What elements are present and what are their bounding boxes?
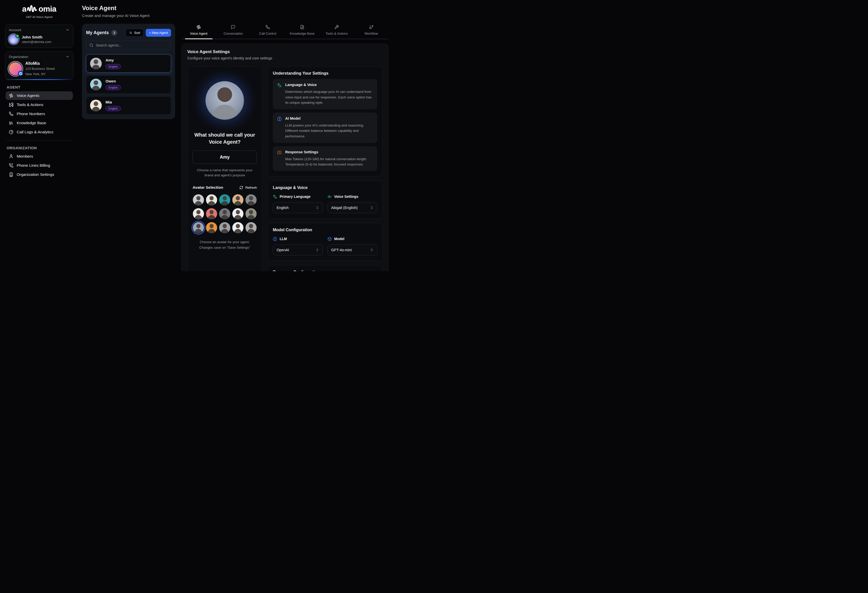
sidebar-item-members[interactable]: Members	[6, 152, 73, 161]
avatar-option-1[interactable]	[193, 194, 204, 205]
model-label: Model	[334, 237, 344, 241]
languages-icon	[277, 83, 282, 106]
avatar-option-7[interactable]	[206, 208, 217, 219]
brain-icon	[273, 237, 277, 241]
avatar-selection-title: Avatar Selection	[193, 185, 223, 190]
agent-identity-card: What should we call your Voice Agent? Ch…	[187, 66, 262, 271]
chevrons-up-down-icon	[370, 248, 373, 252]
avatar-option-15[interactable]	[245, 222, 257, 233]
sidebar-item-call-logs-analytics[interactable]: Call Logs & Analytics	[6, 128, 73, 136]
sidebar-item-knowledge-base[interactable]: Knowledge Base	[6, 119, 73, 127]
avatar-option-10[interactable]	[245, 208, 257, 219]
chevrons-up-down-icon	[316, 248, 319, 252]
model-select[interactable]: GPT-4o-mini	[328, 244, 378, 255]
logo-text-a: a	[22, 4, 26, 14]
understanding-item-ai-model: AI ModelLLM powers your AI's understandi…	[273, 112, 377, 143]
agent-card-amy[interactable]: AmyEnglish	[86, 55, 171, 72]
organization-card[interactable]: Organization AlloMia 123 Business Street…	[5, 52, 73, 80]
tab-label: Knowledge Base	[290, 32, 314, 35]
languages-icon	[273, 195, 277, 199]
agent-card-owen[interactable]: OwenEnglish	[86, 75, 171, 94]
sidebar-item-phone-numbers[interactable]: Phone Numbers	[6, 109, 73, 118]
sort-button[interactable]: Sort	[126, 29, 143, 37]
primary-language-select[interactable]: English	[273, 202, 323, 213]
chevrons-up-down-icon	[370, 206, 373, 209]
avatar-option-12[interactable]	[206, 222, 217, 233]
logo-tagline: 24/7 AI Voice Agent	[0, 15, 78, 18]
sidebar-item-voice-agents[interactable]: Voice Agents	[6, 91, 73, 100]
new-agent-button[interactable]: + New Agent	[146, 29, 171, 37]
avatar-option-11[interactable]	[193, 222, 204, 233]
agent-language-badge: English	[106, 64, 121, 69]
agents-count-badge: 3	[111, 30, 117, 36]
response-configuration-card: Response Configuration Max Tokens	[267, 265, 382, 271]
avatar-option-4[interactable]	[232, 194, 244, 205]
tab-tools-actions[interactable]: Tools & Actions	[319, 24, 354, 39]
sidebar-item-label: Voice Agents	[17, 93, 40, 98]
my-agents-title: My Agents	[86, 30, 109, 35]
avatar-help-text: Choose an avatar for your agent. Changes…	[193, 239, 257, 250]
sidebar-item-phone-lines-billing[interactable]: Phone Lines Billing	[6, 161, 73, 170]
refresh-avatars-button[interactable]: Refresh	[239, 186, 257, 189]
avatar-option-6[interactable]	[193, 208, 204, 219]
sidebar-item-organization-settings[interactable]: Organization Settings	[6, 170, 73, 179]
tab-conversation[interactable]: Conversation	[216, 24, 250, 39]
avatar-option-2[interactable]	[206, 194, 217, 205]
organization-label: Organization	[9, 55, 28, 59]
my-agents-panel: My Agents 3 Sort + New Agent AmyEnglishO…	[82, 24, 175, 119]
voice-wave-icon	[328, 195, 332, 199]
agent-list: AmyEnglishOwenEnglishMiaEnglish	[86, 55, 171, 115]
building-icon	[9, 172, 13, 177]
agent-avatar	[90, 58, 102, 69]
account-label: Account	[9, 28, 21, 32]
avatar-option-9[interactable]	[232, 208, 244, 219]
sliders-icon	[277, 150, 282, 167]
tab-voice-agent[interactable]: Voice Agent	[182, 24, 216, 39]
main-content: Voice Agent Create and manage your AI Vo…	[78, 0, 397, 271]
primary-language-label: Primary Language	[280, 195, 310, 199]
agent-language-badge: English	[106, 106, 121, 111]
account-avatar	[9, 34, 18, 44]
understanding-item-response-settings: Response SettingsMax Tokens (120-180) fo…	[273, 146, 377, 171]
sidebar-item-tools-actions[interactable]: Tools & Actions	[6, 100, 73, 109]
llm-label: LLM	[280, 237, 287, 241]
agent-name: Mia	[106, 100, 121, 104]
avatar-option-13[interactable]	[219, 222, 230, 233]
llm-select[interactable]: OpenAI	[273, 244, 323, 255]
tab-label: Conversation	[223, 32, 243, 35]
avatar-option-3[interactable]	[219, 194, 230, 205]
voice-settings-select[interactable]: Abigail (English)	[328, 202, 378, 213]
search-input[interactable]	[96, 43, 168, 47]
agent-name-input[interactable]	[193, 150, 257, 164]
page-subtitle: Create and manage your AI Voice Agent	[82, 13, 388, 18]
account-email: sitech@allomia.com	[22, 40, 52, 44]
understanding-item-title: Language & Voice	[285, 83, 373, 87]
tab-label: Workflow	[365, 32, 378, 35]
phone-icon	[266, 25, 270, 30]
chevron-down-icon[interactable]	[65, 28, 69, 32]
avatar-option-5[interactable]	[245, 194, 257, 205]
sidebar-item-label: Organization Settings	[17, 172, 54, 177]
account-card[interactable]: Account John Smith sitech@allomia.com	[5, 25, 73, 48]
sidebar-item-label: Phone Lines Billing	[17, 163, 50, 168]
sidebar-item-label: Knowledge Base	[17, 121, 46, 125]
audio-waveform-icon	[196, 25, 201, 30]
agent-card-mia[interactable]: MiaEnglish	[86, 96, 171, 115]
agent-search[interactable]	[86, 41, 171, 50]
understanding-item-title: Response Settings	[285, 150, 373, 154]
tab-call-control[interactable]: Call Control	[251, 24, 285, 39]
organization-address-2: New York, NY	[25, 72, 55, 77]
understanding-item-description: Determines which language your AI can un…	[285, 89, 373, 106]
app-logo: a omia	[0, 4, 78, 14]
avatar-option-14[interactable]	[232, 222, 244, 233]
tab-workflow[interactable]: Workflow	[354, 24, 388, 39]
pie-chart-icon	[9, 130, 13, 134]
tab-knowledge-base[interactable]: Knowledge Base	[285, 24, 319, 39]
avatar-option-8[interactable]	[219, 208, 230, 219]
tab-label: Call Control	[259, 32, 276, 35]
search-icon	[89, 43, 93, 47]
settings-title: Voice Agent Settings	[187, 49, 382, 55]
chevron-down-icon[interactable]	[65, 55, 69, 59]
refresh-icon	[239, 186, 243, 189]
avatar-grid	[193, 194, 257, 233]
